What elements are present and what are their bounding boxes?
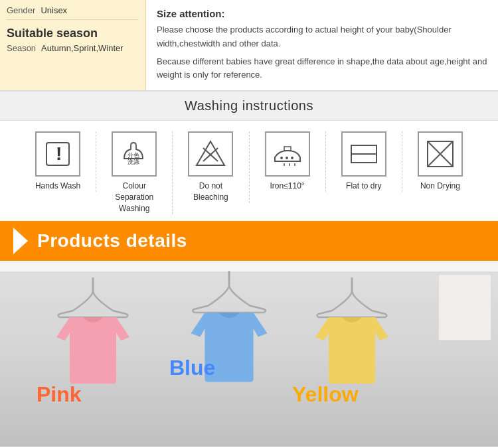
svg-point-9 bbox=[286, 157, 288, 159]
svg-rect-20 bbox=[70, 317, 116, 384]
colour-wash-label: ColourSeparationWashing bbox=[115, 181, 153, 214]
color-label-pink: Pink bbox=[37, 382, 82, 407]
products-banner-title: Products details bbox=[37, 230, 187, 252]
gender-row: Gender Unisex bbox=[7, 5, 139, 20]
wash-item-flat-dry: Flat to dry bbox=[326, 131, 402, 192]
svg-rect-24 bbox=[329, 317, 375, 384]
right-panel: Size attention: Please choose the produc… bbox=[146, 0, 498, 90]
flat-dry-svg bbox=[347, 137, 380, 171]
wash-item-colour: 分色 洗涤 ColourSeparationWashing bbox=[96, 131, 173, 214]
size-attention-text-2: Because different babies have great diff… bbox=[157, 55, 487, 83]
corner-shelf-decoration bbox=[438, 274, 491, 340]
blue-shirt-svg bbox=[186, 267, 272, 420]
left-panel: Gender Unisex Suitable season Season Aut… bbox=[0, 0, 146, 90]
gender-value: Unisex bbox=[41, 5, 67, 15]
color-label-yellow: Yellow bbox=[292, 382, 359, 407]
non-dry-svg bbox=[424, 137, 457, 171]
products-arrow-icon bbox=[13, 228, 28, 254]
wash-item-bleach: Do notBleaching bbox=[173, 131, 249, 203]
bleach-label: Do notBleaching bbox=[193, 181, 228, 203]
iron-icon-box bbox=[265, 131, 310, 177]
bleach-icon-box bbox=[188, 131, 233, 177]
colour-wash-svg: 分色 洗涤 bbox=[118, 137, 151, 171]
svg-point-8 bbox=[280, 157, 283, 159]
products-banner: Products details bbox=[0, 221, 498, 261]
washing-icons: ! Hands Wash 分色 洗涤 ColourSeparationWashi… bbox=[0, 121, 498, 220]
washing-section: Washing instructions bbox=[0, 91, 498, 121]
svg-point-10 bbox=[291, 157, 293, 159]
svg-text:分色: 分色 bbox=[127, 152, 139, 159]
season-label: Season bbox=[7, 43, 36, 53]
washing-title: Washing instructions bbox=[0, 98, 498, 113]
hands-wash-icon-box: ! bbox=[35, 131, 80, 177]
iron-svg bbox=[271, 137, 304, 171]
colour-wash-icon-box: 分色 洗涤 bbox=[112, 131, 157, 177]
non-dry-icon-box bbox=[418, 131, 463, 177]
season-row: Season Autumn,Sprint,Winter bbox=[7, 43, 139, 53]
size-attention-title: Size attention: bbox=[157, 8, 487, 19]
wash-item-hands: ! Hands Wash bbox=[20, 131, 96, 192]
flat-dry-label: Flat to dry bbox=[346, 181, 381, 192]
hanger-blue bbox=[186, 267, 272, 420]
suitable-season-heading: Suitable season bbox=[7, 27, 139, 40]
svg-marker-4 bbox=[197, 141, 224, 165]
season-value: Autumn,Sprint,Winter bbox=[41, 43, 124, 53]
flat-dry-icon-box bbox=[341, 131, 386, 177]
bleach-svg bbox=[194, 137, 227, 171]
product-image-section: Pink Blue Yellow bbox=[0, 261, 498, 447]
non-dry-label: Non Drying bbox=[420, 181, 460, 192]
hands-wash-svg: ! bbox=[41, 137, 74, 171]
iron-label: Iron≤110° bbox=[270, 181, 305, 192]
color-label-blue: Blue bbox=[169, 356, 215, 380]
svg-text:!: ! bbox=[56, 143, 62, 164]
size-attention-text-1: Please choose the products according to … bbox=[157, 23, 487, 51]
gender-label: Gender bbox=[7, 5, 35, 15]
hands-wash-label: Hands Wash bbox=[35, 181, 80, 192]
wash-item-iron: Iron≤110° bbox=[250, 131, 326, 192]
top-section: Gender Unisex Suitable season Season Aut… bbox=[0, 0, 498, 91]
svg-text:洗涤: 洗涤 bbox=[127, 159, 139, 165]
wash-item-non-dry: Non Drying bbox=[402, 131, 478, 192]
